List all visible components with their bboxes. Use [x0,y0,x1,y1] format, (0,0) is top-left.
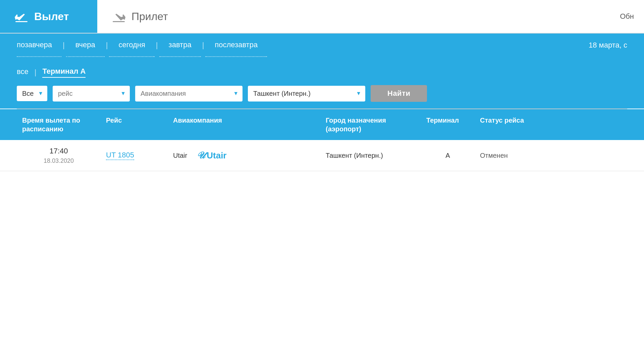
row-airline: Utair 𝒰 Utair [168,145,320,166]
svg-rect-1 [113,21,125,22]
filter-tab-terminal-a[interactable]: Терминал А [42,67,86,78]
date-nav: позавчера | вчера | сегодня | завтра | п… [0,33,644,57]
filter-area: все | Терминал А Все ▼ ▼ ▼ ▼ Найти [0,57,644,109]
arrival-tab-label: Прилет [131,10,168,23]
flight-filter-wrap: ▼ [53,86,130,102]
row-date-value: 18.03.2020 [22,156,95,165]
th-time: Время вылета по расписанию [17,109,101,140]
row-destination: Ташкент (Интерн.) [320,146,421,165]
filter-tabs: все | Терминал А [17,67,627,78]
row-terminal: А [421,146,475,165]
th-destination: Город назначения (аэропорт) [320,109,421,140]
date-sep-2: | [105,41,109,50]
th-terminal: Терминал [421,109,475,140]
filter-controls: Все ▼ ▼ ▼ ▼ Найти [17,85,627,102]
table-row: 17:40 18.03.2020 UT 1805 Utair 𝒰 Utair Т… [0,140,644,171]
date-nav-vchera[interactable]: вчера [66,33,105,57]
svg-rect-0 [15,21,28,22]
tab-arrival[interactable]: Прилет [97,0,181,33]
th-airline: Авиакомпания [168,109,320,140]
th-flight: Рейс [101,109,168,140]
date-nav-zavtra[interactable]: завтра [159,33,201,57]
row-status: Отменен [475,146,627,165]
airline-filter-wrap: ▼ [135,86,243,102]
row-time-value: 17:40 [22,145,95,156]
filter-tab-all[interactable]: все [17,67,29,77]
utair-logo-text: Utair [207,150,226,161]
date-sep-4: | [201,41,206,50]
refresh-label: Обн [620,12,634,21]
current-date: 18 марта, с [589,41,627,50]
date-sep-3: | [155,41,159,50]
utair-logo: 𝒰 Utair [197,150,226,161]
date-sep-1: | [61,41,66,50]
row-flight: UT 1805 [101,145,168,165]
airline-filter-input[interactable] [135,86,243,102]
arrival-plane-icon [111,8,127,24]
flight-filter-input[interactable] [53,86,130,102]
date-nav-segodnya[interactable]: сегодня [109,33,154,57]
search-button[interactable]: Найти [371,85,427,102]
tabs-bar: Вылет Прилет Обн [0,0,644,33]
refresh-area: Обн [620,0,644,33]
table-header: Время вылета по расписанию Рейс Авиакомп… [0,109,644,140]
departure-plane-icon [13,8,30,24]
date-nav-poslezavtra[interactable]: послезавтра [205,33,267,57]
th-status: Статус рейса [475,109,627,140]
city-filter-wrap: ▼ [248,86,365,102]
type-filter-select[interactable]: Все [17,86,47,101]
departure-tab-label: Вылет [34,10,69,23]
tab-departure[interactable]: Вылет [0,0,97,33]
row-time: 17:40 18.03.2020 [17,140,101,171]
row-airline-name: Utair [173,152,187,159]
utair-u-letter: 𝒰 [197,150,205,161]
table-section: Время вылета по расписанию Рейс Авиакомп… [0,109,644,171]
type-filter-wrap: Все ▼ [17,86,47,101]
row-flight-number[interactable]: UT 1805 [106,151,134,160]
filter-tab-sep: | [35,68,37,77]
date-nav-pozavchera[interactable]: позавчера [17,33,61,57]
city-filter-input[interactable] [248,86,365,102]
